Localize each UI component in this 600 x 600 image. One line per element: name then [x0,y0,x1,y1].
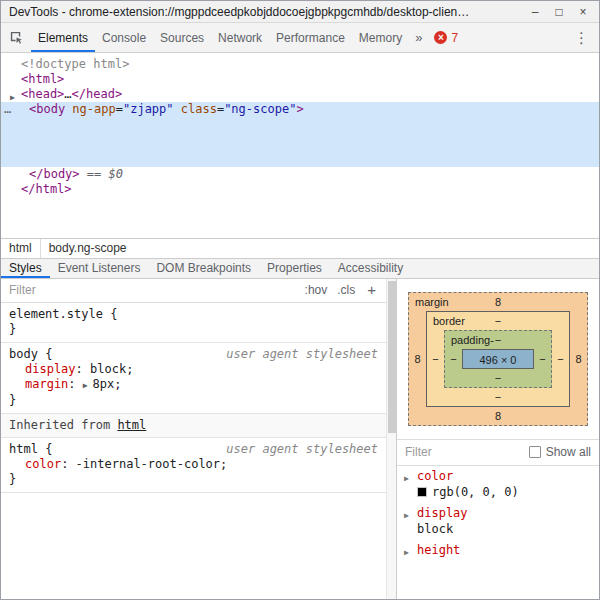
maximize-button[interactable]: □ [547,2,571,22]
close-button[interactable]: × [571,2,595,22]
margin-bottom-value[interactable]: 8 [409,407,587,425]
computed-property[interactable]: ▶color [397,466,599,485]
computed-property[interactable]: ▶display [397,503,599,522]
tree-whitespace[interactable] [1,117,599,167]
computed-property-value: rgb(0, 0, 0) [397,485,599,503]
more-tabs-icon[interactable]: » [409,23,428,52]
syntax-token: … [64,87,71,101]
css-declaration[interactable]: margin: ▶ 8px; [9,377,382,393]
syntax-token: <!doctype html> [21,57,129,71]
rule-selector[interactable]: element.style [9,307,103,322]
minimize-button[interactable]: – [523,2,547,22]
syntax-token: </body> [29,167,80,181]
border-bottom-value[interactable]: − [427,388,569,406]
tab-console[interactable]: Console [95,23,153,52]
element-class-toggle[interactable]: .cls [337,283,355,297]
css-declaration[interactable]: color: -internal-root-color; [9,457,382,472]
computed-property-name: display [417,506,468,520]
syntax-token [174,102,181,116]
syntax-token: "zjapp" [123,102,174,116]
expand-arrow-icon[interactable]: ▶ [404,509,409,523]
padding-bottom-value[interactable]: − [445,369,551,387]
shorthand-expand-icon[interactable]: ▶ [83,381,93,390]
syntax-token: <html> [21,72,64,86]
css-property-value: block [90,362,126,376]
box-model-padding[interactable]: padding- − − 496 × 0 − − [444,330,552,388]
breadcrumb-body[interactable]: body.ng-scope [40,239,135,258]
scrollbar-thumb[interactable] [388,281,396,433]
style-rule: html {user agent stylesheetcolor: -inter… [1,438,386,493]
tab-dom-breakpoints[interactable]: DOM Breakpoints [148,259,259,278]
tab-sources[interactable]: Sources [153,23,211,52]
tab-properties[interactable]: Properties [259,259,330,278]
show-all-checkbox[interactable] [529,446,541,458]
tree-row[interactable]: </html> [1,182,599,197]
css-property-value: 8px [92,377,114,391]
tree-row[interactable]: ▶<head>…</head> [1,87,599,102]
tab-network[interactable]: Network [211,23,269,52]
box-model-content[interactable]: 496 × 0 [462,349,534,369]
border-right-value[interactable]: − [552,353,569,365]
margin-left-value[interactable]: 8 [409,353,426,365]
styles-scrollbar[interactable] [386,279,396,600]
box-model-margin[interactable]: margin 8 8 border − − padding- − [408,292,588,426]
rule-selector[interactable]: body [9,347,38,362]
css-property-value: -internal-root-color [76,457,221,471]
sidebar-tab-bar: Styles Event Listeners DOM Breakpoints P… [1,258,599,279]
css-property-name: margin [25,377,68,391]
padding-left-value[interactable]: − [445,353,462,365]
tree-row[interactable]: <html> [1,72,599,87]
tab-elements[interactable]: Elements [31,23,95,52]
css-declaration[interactable]: display: block; [9,362,382,377]
rule-close: } [9,322,382,337]
expand-arrow-icon[interactable]: ▶ [404,472,409,486]
css-property-name: color [25,457,61,471]
elements-panel: <!doctype html><html>▶<head>…</head>…<bo… [1,53,599,238]
rule-selector[interactable]: html [9,442,38,457]
tab-performance[interactable]: Performance [269,23,352,52]
stylesheet-origin: user agent stylesheet [226,347,382,362]
overflow-menu-icon[interactable]: ⋮ [564,23,599,52]
window-controls: – □ × [523,2,595,22]
margin-right-value[interactable]: 8 [570,353,587,365]
inherited-selector-link[interactable]: html [117,418,146,432]
padding-label: padding- [451,334,494,346]
rule-open: body {user agent stylesheet [9,347,382,362]
padding-right-value[interactable]: − [534,353,551,365]
new-style-rule-button[interactable]: + [367,283,376,297]
computed-filter-input[interactable] [405,445,495,459]
error-count: 7 [451,31,458,45]
border-left-value[interactable]: − [427,353,444,365]
syntax-token: > [296,102,303,116]
breadcrumb: html body.ng-scope [1,238,599,258]
tree-row[interactable]: …<body ng-app="zjapp" class="ng-scope"> [1,102,599,117]
breadcrumb-html[interactable]: html [1,239,40,258]
syntax-token: <head> [21,87,64,101]
tab-accessibility[interactable]: Accessibility [330,259,411,278]
inspect-cursor-icon [9,30,24,45]
error-icon: × [434,31,447,44]
styles-sections: element.style {}body {user agent stylesh… [1,303,386,493]
syntax-token: == $0 [80,167,123,181]
tree-row[interactable]: <!doctype html> [1,57,599,72]
inspect-element-icon[interactable] [1,23,31,52]
border-label: border [433,315,465,327]
expand-arrow-icon[interactable]: ▶ [404,546,409,560]
tab-memory[interactable]: Memory [352,23,409,52]
error-badge[interactable]: × 7 [434,23,458,52]
pseudo-state-toggle[interactable]: :hov [305,283,328,297]
tree-row[interactable]: </body> == $0 [1,167,599,182]
node-menu-icon[interactable]: … [4,102,10,117]
rule-open: element.style { [9,307,382,322]
inherited-from-text: Inherited from [9,418,117,432]
syntax-token: ng-app [72,102,115,116]
tab-styles[interactable]: Styles [1,259,50,278]
color-swatch [417,487,427,497]
box-model-border[interactable]: border − − padding- − − 496 × 0 [426,311,570,407]
syntax-token: = [116,102,123,116]
styles-filter-input[interactable] [9,283,295,297]
tab-event-listeners[interactable]: Event Listeners [50,259,149,278]
computed-property[interactable]: ▶height [397,540,599,559]
rule-close: } [9,472,382,487]
css-property-name: display [25,362,76,376]
